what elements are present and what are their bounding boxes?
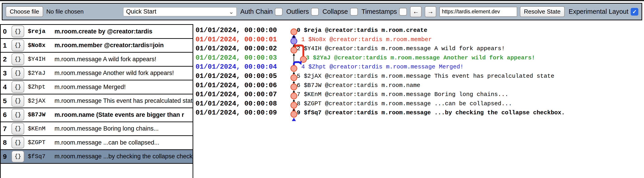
event-list-item[interactable]: 2 {} $Y4IH m.room.message A wild fork ap… <box>1 53 192 67</box>
json-braces-icon[interactable]: {} <box>12 53 24 65</box>
event-summary: m.room.create by @creator:tardis <box>54 28 192 35</box>
event-index: 7 <box>1 125 12 132</box>
event-id: $Y4IH <box>28 56 54 62</box>
left-arrow-icon: ← <box>413 8 419 15</box>
event-index: 2 <box>1 55 12 63</box>
timeline-row[interactable]: 01/01/2024, 00:00:01 1 $No8x @creator:ta… <box>196 35 565 44</box>
timeline-row[interactable]: 01/01/2024, 00:00:04 4 $Zhpt @creator:ta… <box>196 62 565 72</box>
event-id: $No8x <box>28 42 54 49</box>
back-button[interactable]: ← <box>410 6 422 17</box>
timeline-row[interactable]: 01/01/2024, 00:00:09 9 $fSq7 @creator:ta… <box>196 108 565 118</box>
checkbox-label: Collapse <box>322 8 348 15</box>
json-braces-icon[interactable]: {} <box>12 95 24 107</box>
json-braces-icon[interactable]: {} <box>12 67 24 79</box>
event-id: $KEnM <box>28 125 54 132</box>
checkbox-label: Auth Chain <box>240 8 273 15</box>
timeline-row[interactable]: 01/01/2024, 00:00:03 3 $2YaJ @creator:ta… <box>196 53 565 62</box>
dag-gutter <box>282 53 297 62</box>
timeline-row[interactable]: 01/01/2024, 00:00:06 6 $B7JW @creator:ta… <box>196 81 565 90</box>
event-summary: m.room.message Merged! <box>54 84 192 90</box>
dag-gutter <box>282 62 297 72</box>
timeline-timestamp: 01/01/2024, 00:00:09 <box>196 108 282 118</box>
json-braces-icon[interactable]: {} <box>12 40 24 51</box>
timeline-panel: 01/01/2024, 00:00:00 0 $reja @creator:ta… <box>196 26 565 118</box>
timeline-timestamp: 01/01/2024, 00:00:06 <box>196 81 282 90</box>
timeline-event-text: 1 $No8x @creator:tardis m.room.member <box>297 35 432 44</box>
json-braces-icon[interactable]: {} <box>12 26 24 37</box>
timestamps-checkbox[interactable] <box>399 8 407 16</box>
event-summary: m.room.name (State events are bigger tha… <box>54 111 192 118</box>
timeline-timestamp: 01/01/2024, 00:00:07 <box>196 90 282 99</box>
timeline-event-text: 8 $ZGPT @creator:tardis m.room.message .… <box>297 99 512 108</box>
event-list-item[interactable]: 0 {} $reja m.room.create by @creator:tar… <box>1 25 192 39</box>
event-index: 1 <box>1 42 12 49</box>
timeline-row[interactable]: 01/01/2024, 00:00:08 8 $ZGPT @creator:ta… <box>196 99 565 108</box>
event-summary: m.room.message This event has precalcula… <box>54 97 192 104</box>
timeline-row[interactable]: 01/01/2024, 00:00:00 0 $reja @creator:ta… <box>196 26 565 35</box>
preset-select[interactable]: Quick Start ⌄ <box>123 7 237 16</box>
event-summary: m.room.message ...by checking the collap… <box>54 153 192 160</box>
timeline-row[interactable]: 01/01/2024, 00:00:07 7 $KEnM @creator:ta… <box>196 90 565 99</box>
timeline-event-text: 2 $Y4IH @creator:tardis m.room.message A… <box>297 44 505 53</box>
event-list-item[interactable]: 3 {} $2YaJ m.room.message Another wild f… <box>1 67 192 81</box>
chevron-down-icon: ⌄ <box>229 10 234 13</box>
event-summary: m.room.member @creator:tardis=join <box>54 42 192 49</box>
json-braces-icon[interactable]: {} <box>12 109 24 120</box>
event-list-item[interactable]: 9 {} $fSq7 m.room.message ...by checking… <box>1 150 192 164</box>
event-list-item[interactable]: 1 {} $No8x m.room.member @creator:tardis… <box>1 39 192 53</box>
event-list-item[interactable]: 8 {} $ZGPT m.room.message ...can be coll… <box>1 136 192 150</box>
event-index: 0 <box>1 28 12 35</box>
json-braces-icon[interactable]: {} <box>12 151 24 162</box>
dag-gutter <box>282 99 297 108</box>
timeline-row[interactable]: 01/01/2024, 00:00:05 5 $2jAX @creator:ta… <box>196 72 565 81</box>
auth-chain-checkbox[interactable] <box>275 8 282 16</box>
event-summary: m.room.message A wild fork appears! <box>54 56 192 63</box>
event-list-panel: 0 {} $reja m.room.create by @creator:tar… <box>0 24 193 178</box>
no-file-chosen-label: No file chosen <box>46 8 84 15</box>
event-id: $2jAX <box>28 98 54 104</box>
checkbox-label: Timestamps <box>362 8 397 15</box>
checkbox-label: Outliers <box>286 8 309 15</box>
json-braces-icon[interactable]: {} <box>12 81 24 93</box>
event-summary: m.room.message Another wild fork appears… <box>54 70 192 76</box>
timeline-timestamp: 01/01/2024, 00:00:03 <box>196 53 282 62</box>
dag-gutter <box>282 108 297 118</box>
server-url-input[interactable] <box>440 7 517 17</box>
experimental-layout-checkbox[interactable]: ✓ <box>631 8 638 16</box>
timeline-event-text: 9 $fSq7 @creator:tardis m.room.message .… <box>297 108 565 118</box>
window-top-edge <box>0 0 644 1</box>
collapse-checkbox[interactable] <box>350 8 358 16</box>
dag-gutter <box>282 26 297 35</box>
timeline-timestamp: 01/01/2024, 00:00:08 <box>196 99 282 108</box>
dag-gutter <box>282 81 297 90</box>
json-braces-icon[interactable]: {} <box>12 137 24 148</box>
event-list-item[interactable]: 5 {} $2jAX m.room.message This event has… <box>1 94 192 108</box>
event-list-item[interactable]: 4 {} $Zhpt m.room.message Merged! <box>1 80 192 94</box>
event-index: 9 <box>1 153 12 160</box>
timeline-event-text: 5 $2jAX @creator:tardis m.room.message T… <box>297 72 554 81</box>
choose-file-button[interactable]: Choose file <box>6 6 43 17</box>
event-summary: m.room.message ...can be collapsed... <box>54 139 192 146</box>
outliers-checkbox[interactable] <box>311 8 319 16</box>
dag-gutter <box>282 35 297 44</box>
resolve-state-button[interactable]: Resolve State <box>520 6 565 17</box>
timeline-event-text: 6 $B7JW @creator:tardis m.room.name <box>297 81 420 90</box>
event-id: $Zhpt <box>28 84 54 90</box>
checkbox-group: Auth ChainOutliersCollapseTimestamps <box>237 8 407 16</box>
timeline-row[interactable]: 01/01/2024, 00:00:02 2 $Y4IH @creator:ta… <box>196 44 565 53</box>
event-list-item[interactable]: 7 {} $KEnM m.room.message Boring long ch… <box>1 122 192 136</box>
timeline-event-text: 0 $reja @creator:tardis m.room.create <box>297 26 427 35</box>
event-index: 5 <box>1 97 12 105</box>
timeline-timestamp: 01/01/2024, 00:00:04 <box>196 62 282 72</box>
dag-gutter <box>282 72 297 81</box>
event-id: $2YaJ <box>28 70 54 76</box>
forward-button[interactable]: → <box>425 6 436 17</box>
json-braces-icon[interactable]: {} <box>12 123 24 135</box>
experimental-layout-label: Experimental Layout <box>569 8 628 15</box>
event-list-item[interactable]: 6 {} $B7JW m.room.name (State events are… <box>1 108 192 122</box>
event-index: 6 <box>1 111 12 118</box>
timeline-timestamp: 01/01/2024, 00:00:05 <box>196 72 282 81</box>
preset-selected-value: Quick Start <box>126 8 156 15</box>
event-summary: m.room.message Boring long chains... <box>54 125 192 132</box>
event-id: $reja <box>28 28 54 35</box>
